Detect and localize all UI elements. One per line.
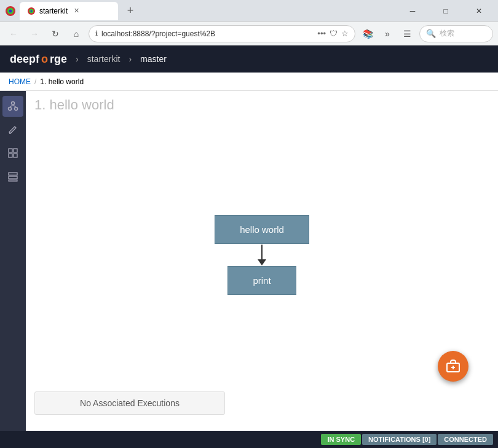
diagram-arrow: [258, 244, 266, 266]
browser-addressbar: ← → ↻ ⌂ ℹ localhost:8888/?project=guest%…: [0, 22, 498, 45]
toolbar-icons: 📚 » ☰: [359, 25, 416, 42]
hamburger-menu-icon[interactable]: ☰: [398, 25, 416, 42]
browser-titlebar: starterkit ✕ + ─ □ ✕: [0, 0, 498, 22]
breadcrumb-starterkit[interactable]: starterkit: [87, 54, 121, 64]
diagram-container: hello world print: [215, 215, 309, 295]
search-placeholder: 検索: [440, 28, 454, 39]
svg-rect-14: [9, 154, 12, 157]
svg-rect-15: [14, 154, 17, 157]
fab-button[interactable]: [438, 351, 468, 382]
maximize-button[interactable]: □: [432, 2, 460, 20]
logo-text-part1: deepf: [10, 53, 39, 66]
sidebar-btn-layers[interactable]: [2, 166, 23, 187]
home-button[interactable]: ⌂: [68, 25, 85, 42]
arrow-head: [258, 259, 266, 265]
address-lock-icon: ℹ: [95, 29, 98, 37]
bottom-panel: No Associated Executions: [26, 387, 498, 431]
sidebar: [0, 91, 26, 431]
forward-button[interactable]: →: [26, 25, 43, 42]
svg-point-8: [15, 108, 18, 111]
executions-box: No Associated Executions: [34, 391, 225, 415]
arrow-line: [261, 245, 263, 259]
back-button[interactable]: ←: [5, 25, 22, 42]
logo-text-part2: rge: [50, 53, 67, 66]
grid-icon: [7, 147, 18, 159]
address-text: localhost:8888/?project=guest%2B: [101, 29, 314, 38]
notifications-badge: NOTIFICATIONS [0]: [362, 434, 437, 445]
svg-point-2: [9, 9, 12, 12]
page-breadcrumb-sep: /: [34, 77, 36, 86]
svg-rect-12: [9, 149, 12, 152]
tab-label: starterkit: [39, 7, 68, 15]
diagram-area: hello world print: [26, 128, 498, 382]
tab-close-button[interactable]: ✕: [71, 6, 81, 16]
layers-icon: [7, 171, 18, 182]
svg-point-6: [12, 102, 15, 105]
address-action-icons: ••• 🛡 ☆: [317, 29, 349, 38]
breadcrumb-sep-1: ›: [76, 54, 79, 64]
executions-label: No Associated Executions: [80, 398, 180, 408]
close-button[interactable]: ✕: [465, 2, 493, 20]
logo-highlight: o: [41, 53, 48, 66]
search-bar[interactable]: 🔍 検索: [419, 25, 493, 42]
more-tools-icon[interactable]: »: [379, 25, 396, 42]
refresh-button[interactable]: ↻: [47, 25, 64, 42]
insync-badge: IN SYNC: [321, 434, 361, 445]
svg-rect-13: [14, 149, 17, 152]
sidebar-btn-edit[interactable]: [2, 119, 23, 140]
main-layout: 1. hello world hello world print No Asso…: [0, 91, 498, 431]
address-bar[interactable]: ℹ localhost:8888/?project=guest%2B ••• 🛡…: [89, 25, 355, 42]
app-logo: deepforge: [10, 53, 67, 66]
sidebar-btn-grid[interactable]: [2, 143, 23, 163]
edit-icon: [7, 124, 18, 135]
svg-point-5: [31, 10, 33, 12]
connected-badge: CONNECTED: [438, 434, 493, 445]
more-icon[interactable]: •••: [317, 29, 326, 38]
diagram-node-hello-world[interactable]: hello world: [215, 215, 309, 244]
svg-line-9: [10, 105, 13, 108]
network-icon: [7, 101, 18, 112]
canvas-area[interactable]: 1. hello world hello world print No Asso…: [26, 91, 498, 431]
window-controls: ─ □ ✕: [398, 2, 493, 20]
sidebar-btn-network[interactable]: [2, 96, 23, 117]
browser-tab[interactable]: starterkit ✕: [20, 2, 118, 20]
minimize-button[interactable]: ─: [398, 2, 427, 20]
page-breadcrumb: HOME / 1. hello world: [0, 73, 498, 91]
new-tab-button[interactable]: +: [122, 2, 139, 20]
svg-rect-16: [9, 173, 17, 175]
svg-line-10: [13, 105, 16, 108]
status-bar: IN SYNC NOTIFICATIONS [0] CONNECTED: [0, 431, 498, 448]
diagram-node-print[interactable]: print: [227, 266, 296, 295]
bookmark-icon[interactable]: 🛡: [330, 29, 338, 38]
breadcrumb-current-page: 1. hello world: [40, 77, 84, 86]
browser-favicon: [5, 6, 16, 17]
page-title-bar: 1. hello world: [26, 91, 498, 119]
star-icon[interactable]: ☆: [341, 29, 349, 38]
fab-icon: [446, 359, 460, 374]
page-title: 1. hello world: [34, 97, 114, 113]
svg-rect-18: [9, 180, 17, 181]
breadcrumb-sep-2: ›: [128, 54, 132, 64]
search-icon: 🔍: [426, 29, 436, 38]
library-icon[interactable]: 📚: [359, 25, 376, 42]
svg-rect-17: [9, 176, 17, 179]
svg-point-7: [9, 108, 12, 111]
breadcrumb-master[interactable]: master: [140, 54, 167, 64]
app-header: deepforge › starterkit › master: [0, 45, 498, 73]
breadcrumb-home-link[interactable]: HOME: [9, 77, 31, 86]
tab-favicon: [27, 7, 36, 15]
